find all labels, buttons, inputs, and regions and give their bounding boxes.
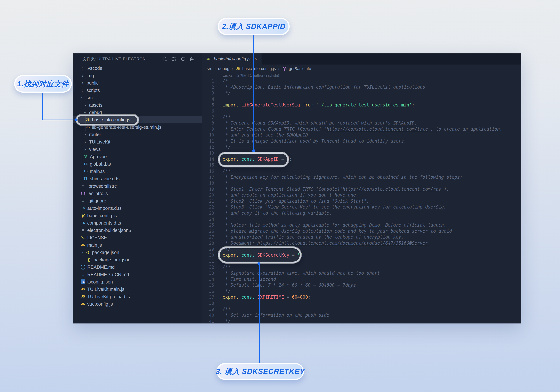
tree-item-babel.config.js[interactable]: βbabel.config.js (73, 212, 202, 219)
tree-item-label: shims-vue.d.ts (90, 176, 120, 182)
tree-item-readme.zh-cn.md[interactable]: ↓README.zh-CN.md (73, 271, 202, 278)
list-icon: ≡ (80, 183, 86, 189)
line-number: 27 (202, 234, 214, 240)
tree-item-global.d.ts[interactable]: TSglobal.d.ts (73, 160, 202, 168)
tree-item-app.vue[interactable]: App.vue (73, 153, 202, 160)
chevron-right-icon: › (83, 147, 88, 152)
braces-icon: {} (87, 258, 92, 262)
line-number: 3 (202, 90, 214, 96)
page-background: 文件夹: ULTRA-LIVE-ELECTRON ›.vs (0, 0, 560, 392)
breadcrumb-item-src[interactable]: src (207, 66, 212, 71)
tree-item-scripts[interactable]: ›scripts (73, 86, 202, 94)
new-folder-icon[interactable] (171, 56, 177, 62)
key-icon (80, 235, 86, 240)
code-line-24: 24 * (202, 216, 521, 222)
code-line-text (214, 300, 223, 306)
close-icon[interactable]: × (254, 56, 257, 62)
tree-item-package-lock.json[interactable]: {}package-lock.json (73, 256, 202, 263)
code-line-text: * Time unit: second (214, 276, 276, 282)
explorer-sidebar: 文件夹: ULTRA-LIVE-ELECTRON ›.vs (73, 53, 202, 324)
tree-item-label: public (87, 80, 99, 86)
code-line-text: */ (214, 90, 230, 96)
git-blame-annotation: zackshi, 2周前 | 1 author (zackshi) (202, 73, 521, 78)
breadcrumb-separator-icon: › (214, 66, 216, 71)
code-line-26: 26 * please migrate the UserSig calculat… (202, 228, 521, 234)
tree-item-readme.md[interactable]: iREADME.md (73, 263, 202, 271)
tab-basic-info-config[interactable]: JS basic-info-config.js × (202, 53, 262, 65)
breadcrumb-item-basic-info-config.js[interactable]: JSbasic-info-config.js (235, 66, 276, 71)
code-line-text: /** (214, 306, 230, 312)
tree-item-public[interactable]: ›public (73, 79, 202, 86)
collapse-all-icon[interactable] (189, 56, 196, 62)
line-number: 1 (202, 78, 214, 84)
tree-item-vue.config.js[interactable]: JSvue.config.js (73, 300, 202, 308)
code-line-2: 2 * @Description: Basic information conf… (202, 84, 521, 90)
ts-icon: TS (80, 206, 86, 210)
code-line-text: * Enter Tencent Cloud TRTC [Console] (ht… (214, 126, 502, 132)
breadcrumb-item-getbasicinfo[interactable]: getBasicInfo (282, 66, 311, 71)
ts-icon: TS (83, 177, 88, 181)
line-number: 10 (202, 132, 214, 138)
tree-item-tuilivekit[interactable]: ›TUILiveKit (73, 138, 202, 145)
tree-item-.gitignore[interactable]: .gitignore (73, 197, 202, 204)
connector-line-step1-horizontal (42, 120, 75, 120)
code-line-12: 12 */ (202, 144, 521, 150)
tree-item-.eslintrc.js[interactable]: .eslintrc.js (73, 190, 202, 197)
tree-item-.vscode[interactable]: ›.vscode (73, 65, 202, 72)
tree-item-license[interactable]: LICENSE (73, 234, 202, 241)
chevron-right-icon: › (83, 139, 88, 144)
line-number: 40 (202, 312, 214, 318)
line-number: 20 (202, 192, 214, 198)
tree-item-main.js[interactable]: JSmain.js (73, 241, 202, 249)
tree-item-tuilivekit.preload.js[interactable]: JSTUILiveKit.preload.js (73, 293, 202, 300)
tree-item-label: .vscode (87, 66, 102, 71)
line-number: 11 (202, 138, 214, 144)
code-line-text: * Signature expiration time, which shoul… (214, 270, 380, 276)
code-line-25: 25 * Notes: this method is only applicab… (202, 222, 521, 228)
callout-step2: 2.填入 SDKAPPID (218, 18, 290, 35)
tree-item-label: router (89, 132, 101, 137)
breadcrumb-item-label: basic-info-config.js (242, 66, 276, 71)
line-number: 30 (202, 252, 214, 258)
tree-item-assets[interactable]: ›assets (73, 101, 202, 109)
tree-item-views[interactable]: ›views (73, 145, 202, 153)
tree-item-label: assets (89, 102, 102, 108)
tree-item-label: TUILiveKit.preload.js (87, 294, 130, 299)
tree-item-shims-vue.d.ts[interactable]: TSshims-vue.d.ts (73, 175, 202, 182)
line-number: 34 (202, 276, 214, 282)
indent-guide (83, 101, 83, 182)
line-number: 7 (202, 114, 214, 120)
tree-item-tsconfig.json[interactable]: TStsconfig.json (73, 278, 202, 286)
tree-item-components.d.ts[interactable]: TScomponents.d.ts (73, 219, 202, 227)
tree-item-package.json[interactable]: ›{}package.json (73, 249, 202, 256)
tree-item-tuilivekit.main.js[interactable]: JSTUILiveKit.main.js (73, 286, 202, 293)
code-line-37: 37export const EXPIRETIME = 604800; (202, 294, 521, 300)
tree-item-img[interactable]: ›img (73, 72, 202, 79)
chevron-right-icon: › (83, 103, 88, 107)
vue-icon (83, 154, 88, 159)
line-number: 5 (202, 102, 214, 108)
git-icon (80, 199, 86, 203)
tree-item-label: TUILiveKit (89, 139, 110, 145)
breadcrumb-item-label: debug (218, 66, 229, 71)
code-line-text: * Document: https://intl.cloud.tencent.c… (214, 240, 428, 246)
code-line-text: * @Description: Basic information config… (214, 84, 425, 90)
tree-item-auto-imports.d.ts[interactable]: TSauto-imports.d.ts (73, 204, 202, 212)
code-line-text: * Encryption key for calculating signatu… (214, 174, 462, 180)
connector-dot-step3 (258, 262, 260, 265)
tree-item-router[interactable]: ›router (73, 131, 202, 138)
js-icon: JS (80, 302, 86, 306)
tree-item-electron-builder.json5[interactable]: ≡electron-builder.json5 (73, 227, 202, 234)
tree-item-label: debug (89, 110, 102, 115)
chevron-right-icon: › (80, 73, 85, 78)
new-file-icon[interactable] (161, 56, 168, 62)
tree-item-src[interactable]: ›src (73, 94, 202, 101)
tree-item-label: .eslintrc.js (87, 191, 108, 196)
code-line-21: 21 * Step2. Click your application to fi… (202, 198, 521, 204)
info-icon: i (80, 265, 86, 269)
tree-item-.browserslistrc[interactable]: ≡.browserslistrc (73, 182, 202, 190)
breadcrumb-item-debug[interactable]: debug (218, 66, 229, 71)
refresh-icon[interactable] (180, 56, 186, 62)
tree-item-main.ts[interactable]: TSmain.ts (73, 168, 202, 175)
code-area[interactable]: 1/*2 * @Description: Basic information c… (202, 78, 521, 324)
